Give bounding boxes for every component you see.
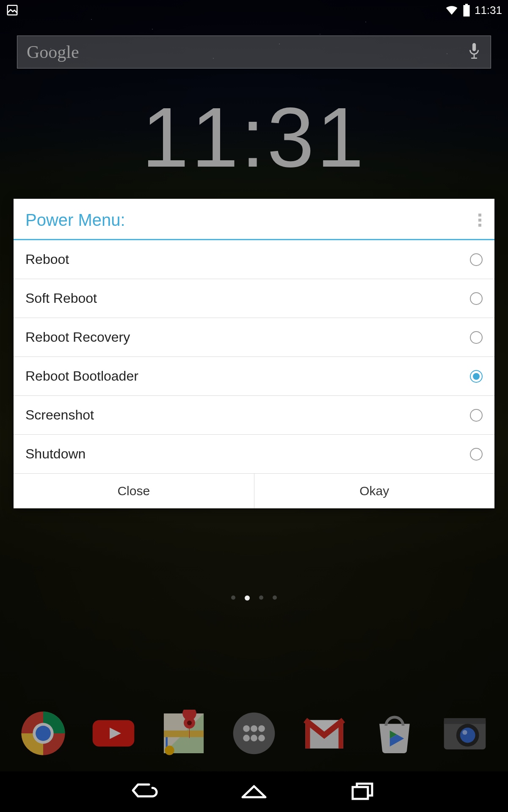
battery-icon bbox=[463, 4, 470, 16]
svg-point-8 bbox=[36, 726, 51, 741]
svg-rect-1 bbox=[465, 4, 468, 5]
svg-point-38 bbox=[462, 730, 467, 735]
page-dot bbox=[231, 595, 235, 600]
page-dot-active bbox=[245, 595, 250, 601]
svg-point-22 bbox=[243, 735, 250, 741]
radio-icon[interactable] bbox=[470, 253, 483, 266]
app-chrome[interactable] bbox=[19, 710, 67, 757]
radio-icon[interactable] bbox=[470, 370, 483, 383]
svg-rect-39 bbox=[353, 787, 368, 799]
option-screenshot[interactable]: Screenshot bbox=[14, 396, 494, 435]
home-button[interactable] bbox=[239, 780, 269, 803]
svg-rect-0 bbox=[8, 5, 17, 15]
option-label: Reboot bbox=[25, 252, 69, 267]
option-label: Reboot Bootloader bbox=[25, 368, 138, 384]
okay-button[interactable]: Okay bbox=[254, 474, 495, 508]
option-label: Screenshot bbox=[25, 407, 94, 423]
svg-rect-4 bbox=[474, 54, 475, 58]
power-menu-dialog: Power Menu: Reboot Soft Reboot Reboot Re… bbox=[14, 199, 494, 508]
dialog-button-bar: Close Okay bbox=[14, 474, 494, 508]
dock bbox=[0, 710, 508, 757]
app-maps[interactable] bbox=[160, 710, 207, 757]
svg-point-15 bbox=[187, 721, 192, 725]
close-button[interactable]: Close bbox=[14, 474, 254, 508]
svg-point-18 bbox=[233, 713, 275, 754]
option-reboot[interactable]: Reboot bbox=[14, 240, 494, 279]
app-play-store[interactable] bbox=[371, 710, 418, 757]
notification-picture-icon bbox=[6, 4, 19, 16]
home-clock-widget[interactable]: 11:31 bbox=[0, 89, 508, 186]
option-soft-reboot[interactable]: Soft Reboot bbox=[14, 279, 494, 318]
option-label: Soft Reboot bbox=[25, 291, 97, 306]
overflow-menu-icon[interactable] bbox=[478, 214, 483, 227]
svg-rect-5 bbox=[471, 58, 477, 59]
home-page-indicator bbox=[0, 595, 508, 601]
radio-icon[interactable] bbox=[470, 331, 483, 344]
status-bar: 11:31 bbox=[0, 0, 508, 20]
voice-search-icon[interactable] bbox=[467, 42, 481, 62]
svg-point-17 bbox=[165, 746, 174, 755]
svg-rect-3 bbox=[472, 43, 476, 51]
svg-rect-13 bbox=[164, 730, 204, 737]
svg-point-23 bbox=[251, 735, 257, 741]
page-dot bbox=[273, 595, 277, 600]
svg-point-37 bbox=[460, 728, 475, 743]
option-reboot-recovery[interactable]: Reboot Recovery bbox=[14, 318, 494, 357]
svg-point-24 bbox=[258, 735, 265, 741]
option-label: Reboot Recovery bbox=[25, 329, 130, 345]
app-camera[interactable] bbox=[441, 710, 489, 757]
radio-icon[interactable] bbox=[470, 448, 483, 461]
back-button[interactable] bbox=[130, 780, 160, 803]
option-reboot-bootloader[interactable]: Reboot Bootloader bbox=[14, 357, 494, 396]
app-gmail[interactable] bbox=[301, 710, 348, 757]
svg-point-20 bbox=[251, 725, 257, 732]
navigation-bar bbox=[0, 771, 508, 812]
option-label: Shutdown bbox=[25, 446, 86, 462]
wifi-icon bbox=[445, 3, 458, 17]
radio-icon[interactable] bbox=[470, 409, 483, 422]
radio-icon[interactable] bbox=[470, 292, 483, 305]
option-shutdown[interactable]: Shutdown bbox=[14, 435, 494, 474]
svg-point-21 bbox=[258, 725, 265, 732]
status-time: 11:31 bbox=[475, 4, 502, 17]
page-dot bbox=[259, 595, 263, 600]
svg-rect-2 bbox=[463, 5, 469, 16]
svg-rect-27 bbox=[305, 720, 310, 749]
svg-point-19 bbox=[243, 725, 250, 732]
google-logo-text: Google bbox=[27, 42, 79, 62]
svg-rect-35 bbox=[444, 718, 486, 724]
dialog-title: Power Menu: bbox=[25, 211, 125, 230]
recents-button[interactable] bbox=[348, 780, 378, 803]
dialog-header: Power Menu: bbox=[14, 199, 494, 240]
app-youtube[interactable] bbox=[90, 710, 137, 757]
google-search-widget[interactable]: Google bbox=[17, 36, 491, 69]
svg-rect-28 bbox=[339, 720, 343, 749]
app-drawer[interactable] bbox=[230, 710, 278, 757]
